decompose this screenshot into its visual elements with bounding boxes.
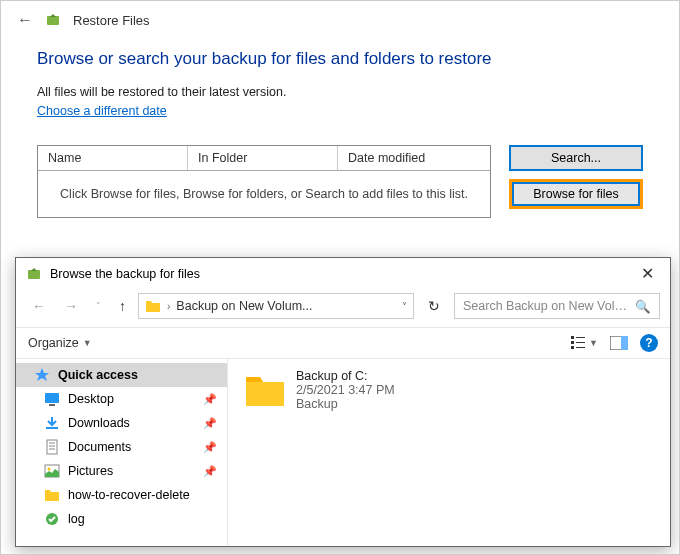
organize-label: Organize <box>28 336 79 350</box>
browse-files-button[interactable]: Browse for files <box>509 179 643 209</box>
nav-back-icon[interactable]: ← <box>26 294 52 318</box>
search-input[interactable]: Search Backup on New Volum... 🔍 <box>454 293 660 319</box>
restore-body: Browse or search your backup for files a… <box>1 39 679 218</box>
nav-forward-icon[interactable]: → <box>58 294 84 318</box>
dialog-title: Browse the backup for files <box>50 267 627 281</box>
content-pane: Backup of C: 2/5/2021 3:47 PM Backup <box>228 359 670 546</box>
folder-icon <box>244 369 286 411</box>
nav-quick-access[interactable]: Quick access <box>16 363 227 387</box>
pin-icon: 📌 <box>203 441 217 454</box>
nav-pictures[interactable]: Pictures 📌 <box>16 459 227 483</box>
address-bar[interactable]: › Backup on New Volum... ˅ <box>138 293 414 319</box>
star-icon <box>34 367 50 383</box>
nav-label: Quick access <box>58 368 217 382</box>
search-placeholder: Search Backup on New Volum... <box>463 299 629 313</box>
preview-pane-icon[interactable] <box>604 334 634 352</box>
nav-label: how-to-recover-delete <box>68 488 217 502</box>
nav-pane: Quick access Desktop 📌 Downloads 📌 Docum… <box>16 359 228 546</box>
dialog-titlebar: Browse the backup for files ✕ <box>16 258 670 289</box>
chevron-down-icon: ▼ <box>83 338 92 348</box>
search-button-label: Search... <box>551 151 601 165</box>
file-info: Backup of C: 2/5/2021 3:47 PM Backup <box>296 369 395 411</box>
nav-log[interactable]: log <box>16 507 227 531</box>
nav-label: Downloads <box>68 416 195 430</box>
nav-desktop[interactable]: Desktop 📌 <box>16 387 227 411</box>
nav-label: Pictures <box>68 464 195 478</box>
back-arrow-icon[interactable]: ← <box>17 11 33 29</box>
downloads-icon <box>44 415 60 431</box>
side-buttons: Search... Browse for files <box>509 145 643 218</box>
svg-rect-6 <box>571 346 574 349</box>
folder-icon <box>44 487 60 503</box>
file-item[interactable]: Backup of C: 2/5/2021 3:47 PM Backup <box>244 369 654 411</box>
nav-documents[interactable]: Documents 📌 <box>16 435 227 459</box>
window-title: Restore Files <box>73 13 150 28</box>
file-table: Name In Folder Date modified Click Brows… <box>37 145 491 218</box>
restore-header: ← Restore Files <box>1 1 679 39</box>
desktop-icon <box>44 391 60 407</box>
file-type: Backup <box>296 397 395 411</box>
file-date: 2/5/2021 3:47 PM <box>296 383 395 397</box>
svg-rect-2 <box>571 336 574 339</box>
svg-rect-13 <box>47 440 57 454</box>
log-icon <box>44 511 60 527</box>
folder-icon <box>145 298 161 314</box>
pin-icon: 📌 <box>203 417 217 430</box>
dialog-app-icon <box>26 266 42 282</box>
svg-rect-9 <box>621 336 628 350</box>
svg-rect-5 <box>576 342 585 343</box>
svg-rect-7 <box>576 347 585 348</box>
nav-up-icon[interactable]: ↑ <box>113 294 132 318</box>
col-modified[interactable]: Date modified <box>338 146 490 170</box>
chevron-down-icon[interactable]: ˅ <box>402 301 407 312</box>
pictures-icon <box>44 463 60 479</box>
empty-message: Click Browse for files, Browse for folde… <box>38 171 490 217</box>
address-chevron-icon: › <box>167 301 170 312</box>
close-icon[interactable]: ✕ <box>635 264 660 283</box>
help-icon[interactable]: ? <box>640 334 658 352</box>
choose-date-link[interactable]: Choose a different date <box>37 104 167 118</box>
col-folder[interactable]: In Folder <box>188 146 338 170</box>
content-row: Name In Folder Date modified Click Brows… <box>37 145 643 218</box>
dialog-body: Quick access Desktop 📌 Downloads 📌 Docum… <box>16 359 670 546</box>
svg-rect-0 <box>47 16 59 25</box>
svg-rect-3 <box>576 337 585 338</box>
svg-point-18 <box>48 468 51 471</box>
nav-recent-icon[interactable]: ˅ <box>90 297 107 315</box>
svg-rect-12 <box>46 427 58 429</box>
nav-label: Documents <box>68 440 195 454</box>
pin-icon: 📌 <box>203 465 217 478</box>
view-options-icon[interactable]: ▼ <box>565 334 604 352</box>
browse-files-button-label: Browse for files <box>533 187 618 201</box>
dialog-nav: ← → ˅ ↑ › Backup on New Volum... ˅ ↻ Sea… <box>16 289 670 323</box>
browse-dialog: Browse the backup for files ✕ ← → ˅ ↑ › … <box>15 257 671 547</box>
subtext: All files will be restored to their late… <box>37 85 643 99</box>
pin-icon: 📌 <box>203 393 217 406</box>
search-button[interactable]: Search... <box>509 145 643 171</box>
nav-label: Desktop <box>68 392 195 406</box>
nav-how-to[interactable]: how-to-recover-delete <box>16 483 227 507</box>
restore-app-icon <box>45 12 61 28</box>
col-name[interactable]: Name <box>38 146 188 170</box>
documents-icon <box>44 439 60 455</box>
refresh-icon[interactable]: ↻ <box>420 294 448 318</box>
svg-rect-1 <box>28 270 40 279</box>
nav-downloads[interactable]: Downloads 📌 <box>16 411 227 435</box>
file-name: Backup of C: <box>296 369 395 383</box>
nav-label: log <box>68 512 217 526</box>
svg-rect-4 <box>571 341 574 344</box>
address-text: Backup on New Volum... <box>176 299 396 313</box>
svg-rect-10 <box>45 393 59 403</box>
search-icon: 🔍 <box>635 299 651 314</box>
organize-menu[interactable]: Organize ▼ <box>28 336 92 350</box>
dialog-toolbar: Organize ▼ ▼ ? <box>16 327 670 359</box>
page-heading: Browse or search your backup for files a… <box>37 49 643 69</box>
svg-rect-11 <box>49 404 55 406</box>
table-header: Name In Folder Date modified <box>38 146 490 171</box>
